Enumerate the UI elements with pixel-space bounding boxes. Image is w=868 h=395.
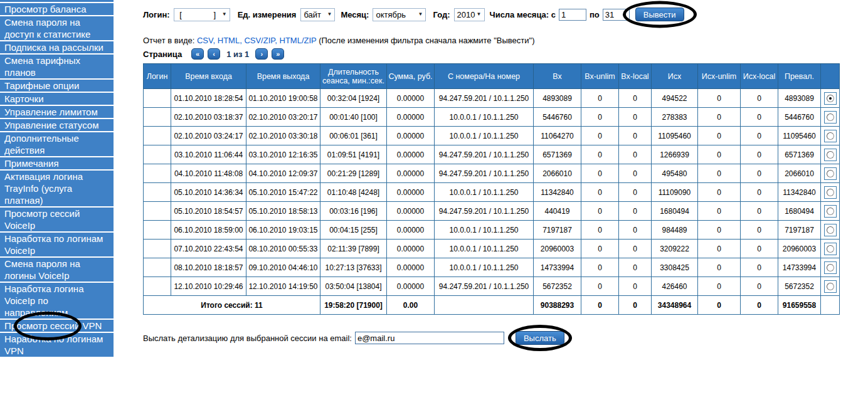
login-select[interactable]: [ ] ▼	[174, 8, 230, 21]
sidebar-item[interactable]: Наработка по логинам VoiceIp	[0, 233, 114, 256]
sidebar-item[interactable]: Подписка на рассылки	[0, 41, 114, 53]
cell-time-in: 06.10.2010 18:59:00	[171, 221, 246, 240]
cell-radio	[821, 221, 840, 240]
sidebar-item[interactable]: Активация логина TrayInfo (услуга платна…	[0, 171, 114, 206]
totals-tx-local: 0	[741, 296, 778, 315]
sidebar-item[interactable]: Просмотр сессий VoiceIp	[0, 208, 114, 231]
cell-radio	[821, 258, 840, 277]
cell-amount: 0.00000	[387, 221, 435, 240]
cell-time-out: 02.10.2010 03:20:17	[246, 108, 320, 127]
day-from-input[interactable]	[559, 9, 586, 21]
sessions-table: ЛогинВремя входаВремя выходаДлительность…	[143, 63, 840, 315]
sidebar-item[interactable]: Просмотр баланса	[0, 3, 114, 15]
sidebar-item[interactable]: Управление лимитом	[0, 106, 114, 118]
cell-preval: 1680494	[778, 202, 821, 221]
session-radio[interactable]	[824, 280, 837, 293]
year-select-value: 2010	[457, 10, 475, 19]
last-page-button[interactable]: »	[272, 48, 284, 60]
pagination: Страница « ‹ 1 из 1 › »	[143, 48, 864, 60]
cell-radio	[821, 240, 840, 258]
prev-page-button[interactable]: ‹	[208, 48, 220, 60]
session-radio[interactable]	[824, 92, 837, 105]
email-row: Выслать детализацию для выбранной сессии…	[143, 331, 864, 345]
report-link[interactable]: CSV/ZIP	[244, 36, 275, 45]
cell-tx-local: 0	[741, 145, 778, 164]
page: Просмотр балансаСмена пароля на доступ к…	[0, 0, 868, 395]
cell-rx: 7197187	[534, 221, 581, 240]
table-row: 05.10.2010 18:54:5705.10.2010 18:58:1300…	[144, 202, 840, 221]
table-row: 02.10.2010 03:24:1702.10.2010 03:30:1800…	[144, 127, 840, 145]
session-radio[interactable]	[824, 130, 837, 142]
sidebar: Просмотр балансаСмена пароля на доступ к…	[0, 0, 114, 357]
cell-duration: 00:01:40 [100]	[320, 108, 387, 127]
page-indicator: 1 из 1	[226, 50, 249, 59]
filter-bar: Логин: [ ] ▼ Ед. измерения байт ▼ Месяц:…	[143, 8, 864, 21]
session-radio[interactable]	[824, 149, 837, 161]
cell-rx-local: 0	[619, 202, 652, 221]
cell-tx-unlim: 0	[698, 240, 741, 258]
radio-icon	[827, 226, 834, 234]
cell-tx: 495480	[652, 164, 698, 183]
session-radio[interactable]	[824, 111, 837, 124]
cell-tx: 3209222	[652, 240, 698, 258]
session-radio[interactable]	[824, 261, 837, 274]
first-page-button[interactable]: «	[191, 48, 204, 60]
totals-amount: 0.00	[387, 296, 435, 315]
sidebar-item[interactable]: Просмотр сессий VPN	[0, 320, 114, 332]
cell-tx-unlim: 0	[698, 127, 741, 145]
session-radio[interactable]	[824, 205, 837, 218]
cell-time-out: 01.10.2010 19:00:58	[246, 89, 320, 108]
session-radio[interactable]	[824, 243, 837, 255]
cell-time-out: 05.10.2010 15:47:22	[246, 183, 320, 202]
cell-rx: 4893089	[534, 89, 581, 108]
radio-icon	[827, 208, 834, 215]
month-select[interactable]: октябрь ▼	[373, 8, 426, 21]
sidebar-item[interactable]: Смена тарифных планов	[0, 55, 114, 78]
session-radio[interactable]	[824, 224, 837, 236]
cell-rx: 6571369	[534, 145, 581, 164]
dropdown-arrow-icon: ▼	[418, 12, 423, 17]
cell-numbers: 94.247.59.201 / 10.1.1.250	[435, 145, 534, 164]
sidebar-item[interactable]: Наработка по логинам VPN	[0, 333, 114, 357]
report-link-separator: ,	[213, 36, 216, 45]
day-to-input[interactable]	[603, 9, 630, 21]
report-link[interactable]: HTML	[218, 36, 240, 45]
cell-tx-unlim: 0	[698, 108, 741, 127]
report-link[interactable]: HTML/ZIP	[280, 36, 317, 45]
radio-selected-icon	[827, 95, 834, 102]
sidebar-item[interactable]: Смена пароля на доступ к статистике	[0, 16, 114, 40]
cell-time-in: 05.10.2010 18:54:57	[171, 202, 246, 221]
radio-icon	[827, 113, 834, 121]
year-select[interactable]: 2010 ▼	[454, 8, 485, 21]
next-page-button[interactable]: ›	[255, 48, 268, 60]
totals-tx: 34348964	[652, 296, 698, 315]
sidebar-item[interactable]: Дополнительные действия	[0, 132, 114, 156]
dropdown-arrow-icon: ▼	[477, 12, 482, 17]
cell-radio	[821, 145, 840, 164]
session-radio[interactable]	[824, 167, 837, 180]
cell-rx: 20960003	[534, 240, 581, 258]
cell-time-out: 09.10.2010 04:46:10	[246, 258, 320, 277]
sidebar-item[interactable]: Управление статусом	[0, 119, 114, 131]
sidebar-item[interactable]: Наработка логина VoiceIp по направлениям	[0, 283, 114, 319]
sidebar-item[interactable]: Примечания	[0, 157, 114, 169]
send-email-button[interactable]: Выслать	[516, 331, 564, 345]
report-link[interactable]: CSV	[197, 36, 213, 45]
sidebar-item[interactable]: Карточки	[0, 93, 114, 105]
sidebar-top-sliver	[0, 0, 114, 2]
column-header: Вх-local	[619, 64, 652, 89]
session-radio[interactable]	[824, 186, 837, 199]
cell-duration: 00:32:04 [1924]	[320, 89, 387, 108]
cell-rx-local: 0	[619, 240, 652, 258]
cell-numbers: 10.0.0.1 / 10.1.1.250	[435, 183, 534, 202]
sidebar-item[interactable]: Тарифные опции	[0, 80, 114, 92]
cell-rx-unlim: 0	[581, 221, 619, 240]
unit-select[interactable]: байт ▼	[300, 8, 335, 21]
cell-tx-unlim: 0	[698, 89, 741, 108]
sidebar-item[interactable]: Смена пароля на логины VoiceIp	[0, 258, 114, 282]
totals-empty-cell	[821, 296, 840, 315]
email-input[interactable]	[355, 332, 504, 344]
show-report-button[interactable]: Вывести	[635, 8, 684, 21]
cell-tx-unlim: 0	[698, 164, 741, 183]
email-label: Выслать детализацию для выбранной сессии…	[143, 334, 352, 343]
